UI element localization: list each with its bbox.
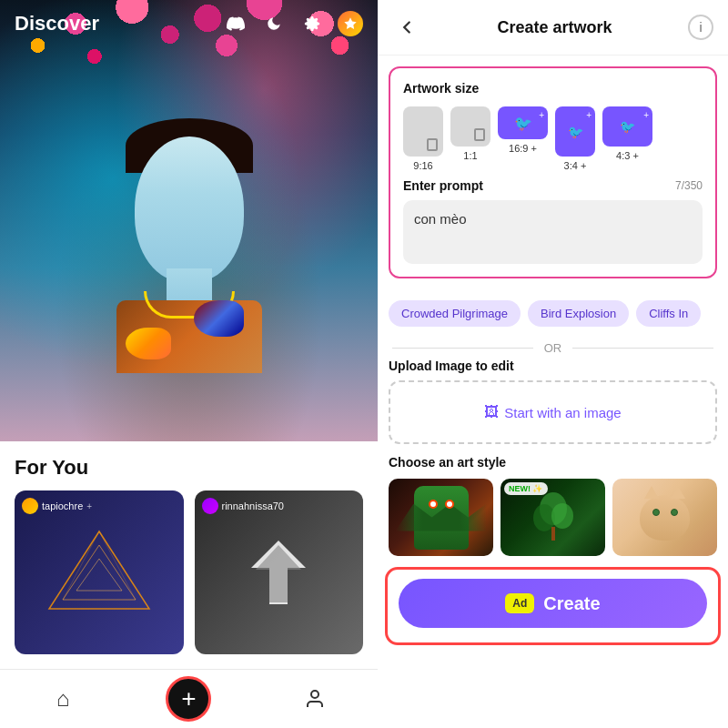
size-option-11[interactable]: 1:1 [450, 106, 490, 171]
prompt-text: con mèo [414, 211, 467, 227]
svg-marker-0 [344, 17, 356, 29]
moon-icon[interactable] [261, 11, 287, 36]
suggestion-1[interactable]: Crowded Pilgrimage [389, 300, 521, 327]
size-option-169[interactable]: 🐦 + 16:9 + [498, 106, 548, 171]
svg-marker-7 [256, 545, 301, 602]
size-thumb-34: 🐦 + [555, 106, 595, 157]
prompt-box[interactable]: con mèo [403, 200, 703, 264]
suggestion-3[interactable]: Cliffs In [636, 300, 701, 327]
upload-btn: 🖼 Start with an image [484, 404, 621, 420]
or-line-left [392, 348, 533, 349]
plus-34: + [586, 110, 592, 120]
twitter-43: 🐦 [620, 119, 635, 134]
cat-eyes [652, 509, 678, 516]
create-btn-area: Ad Create [385, 567, 721, 645]
size-thumb-169: 🐦 + [498, 106, 548, 139]
discover-title: Discover [15, 12, 99, 35]
svg-line-5 [99, 531, 136, 600]
size-inner-icon-916 [427, 138, 438, 151]
twitter-34: 🐦 [568, 125, 583, 139]
back-button[interactable] [392, 13, 421, 42]
monster-art [389, 479, 493, 556]
profile-icon [304, 688, 326, 710]
size-label-34: 3:4 + [564, 160, 587, 171]
upload-label: Upload Image to edit [389, 359, 717, 373]
artwork-size-section: Artwork size 9:16 1:1 🐦 + [389, 66, 717, 278]
svg-point-11 [551, 503, 573, 529]
size-label-11: 1:1 [463, 150, 477, 161]
or-text: OR [544, 341, 562, 355]
left-panel: Discover [0, 0, 378, 728]
art-style-label: Choose an art style [389, 455, 717, 470]
cat-ear-right [671, 486, 685, 499]
plus-icon: + [181, 684, 196, 713]
create-nav-button[interactable]: + [166, 676, 211, 722]
card-2[interactable]: rinnahnissa70 [195, 490, 364, 654]
plus-169: + [539, 110, 544, 120]
nature-art [500, 479, 605, 556]
figure-art [98, 118, 280, 391]
home-nav-item[interactable]: ⌂ [40, 676, 86, 722]
size-thumb-916 [403, 106, 443, 157]
monster-eyes [429, 500, 454, 509]
explore-avatar[interactable] [338, 11, 363, 36]
for-you-title: For You [15, 456, 363, 480]
size-option-34[interactable]: 🐦 + 3:4 + [555, 106, 595, 171]
size-label-169: 16:9 + [509, 143, 537, 154]
create-button[interactable]: Ad Create [399, 579, 707, 628]
bottom-nav: ⌂ + [0, 669, 378, 728]
art-style-nature[interactable]: NEW! ✨ [500, 479, 605, 556]
size-thumb-11 [450, 106, 490, 147]
profile-nav-item[interactable] [292, 676, 338, 722]
header-icons [223, 11, 363, 36]
prompt-label: Enter prompt [403, 178, 483, 193]
for-you-section: For You tapiochre + [0, 441, 378, 728]
card-2-art [195, 490, 364, 654]
prompt-count: 7/350 [675, 179, 703, 192]
upload-box[interactable]: 🖼 Start with an image [389, 380, 717, 444]
art-style-cards: NEW! ✨ [389, 479, 717, 556]
svg-marker-2 [63, 545, 136, 600]
size-inner-icon-11 [474, 128, 485, 141]
suggestions-row: Crowded Pilgrimage Bird Explosion Cliffs… [378, 289, 728, 338]
monster-face [414, 486, 469, 550]
prompt-label-row: Enter prompt 7/350 [403, 178, 703, 193]
or-divider: OR [378, 338, 728, 359]
home-icon: ⌂ [56, 686, 70, 712]
info-label: i [699, 20, 702, 35]
artwork-size-label: Artwork size [403, 81, 703, 96]
card-1-art [15, 490, 184, 654]
card-1[interactable]: tapiochre + [15, 490, 184, 654]
cat-head [640, 495, 690, 541]
size-option-43[interactable]: 🐦 + 4:3 + [602, 106, 652, 171]
settings-icon[interactable] [299, 11, 325, 36]
monster-eye-r [445, 500, 454, 509]
svg-point-8 [311, 691, 318, 698]
cat-eye-l [652, 509, 660, 516]
svg-rect-12 [551, 527, 555, 541]
discord-icon[interactable] [223, 11, 248, 36]
twitter-169: 🐦 [514, 115, 532, 132]
size-label-43: 4:3 + [616, 150, 639, 161]
size-option-916[interactable]: 9:16 [403, 106, 443, 171]
left-header: Discover [0, 0, 378, 47]
art-style-monster[interactable] [389, 479, 493, 556]
ad-badge: Ad [505, 593, 534, 613]
size-label-916: 9:16 [413, 160, 432, 171]
for-you-cards: tapiochre + rinn [15, 490, 363, 654]
create-label: Create [543, 593, 600, 614]
or-line-right [572, 348, 713, 349]
cat-art [612, 479, 717, 556]
svg-line-4 [63, 531, 99, 600]
hero-image [0, 0, 378, 446]
art-style-cat[interactable] [612, 479, 717, 556]
face [135, 136, 244, 282]
size-thumb-43: 🐦 + [602, 106, 652, 147]
info-button[interactable]: i [688, 15, 713, 40]
monster-eye-l [429, 500, 438, 509]
bird-left [126, 328, 171, 359]
upload-btn-text: Start with an image [504, 405, 621, 420]
cat-ear-left [644, 486, 659, 499]
panel-title: Create artwork [497, 18, 612, 37]
suggestion-2[interactable]: Bird Explosion [528, 300, 629, 327]
